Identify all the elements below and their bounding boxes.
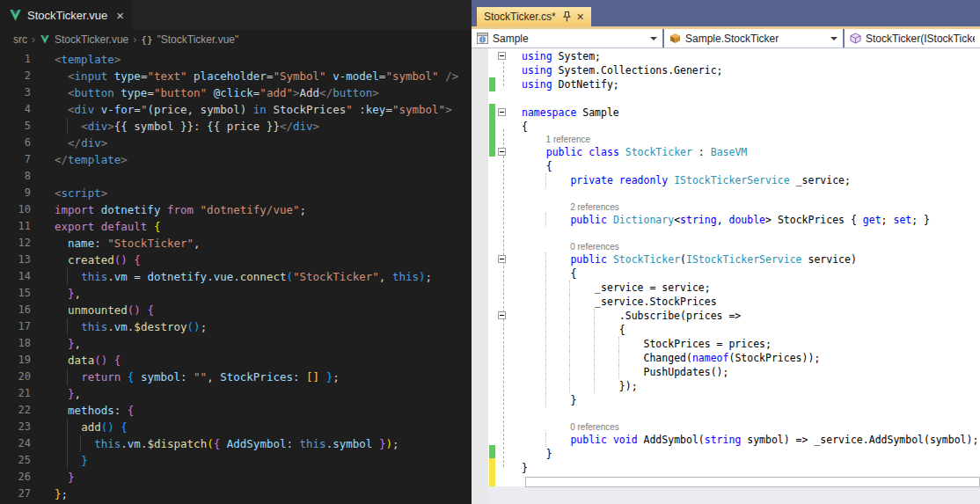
code-line: 18 },	[0, 335, 472, 352]
code-line: using System;	[495, 49, 980, 63]
project-dropdown[interactable]: Sample	[472, 29, 662, 47]
code-line: 5 <div>{{ symbol }}: {{ price }}</div>	[0, 118, 472, 135]
fold-toggle-icon[interactable]	[498, 148, 506, 156]
code-line: using System.Collections.Generic;	[495, 63, 980, 77]
code-line: 15 },	[0, 285, 472, 302]
change-tracking-bar-green	[489, 445, 495, 458]
line-number: 23	[0, 419, 31, 435]
screen: StockTicker.vue × src › StockTicker.vue …	[0, 0, 980, 504]
code-line: 14 this.vm = dotnetify.vue.connect("Stoc…	[0, 268, 472, 285]
tabstrip-accent-line	[472, 26, 980, 29]
code-line: public StockTicker(IStockTickerService s…	[495, 252, 980, 267]
line-number: 3	[0, 84, 31, 101]
code-line: 7</template>	[0, 151, 472, 168]
tab-title: StockTicker.vue	[27, 9, 107, 22]
fold-toggle-icon[interactable]	[498, 311, 506, 319]
line-number: 11	[0, 218, 31, 235]
line-number: 8	[0, 168, 31, 185]
code-line: 17 this.vm.$destroy();	[0, 318, 472, 335]
code-line: _service.StockPrices	[495, 295, 980, 309]
breadcrumb-symbol[interactable]: "StockTicker.vue"	[157, 33, 239, 46]
code-line: 26 }	[0, 469, 472, 486]
close-icon[interactable]: ×	[577, 11, 584, 23]
cs-editor-lines: using System;using System.Collections.Ge…	[495, 49, 980, 475]
code-line: 11export default {	[0, 218, 472, 235]
code-line: namespace Sample	[495, 106, 980, 120]
visual-studio-window: StockTicker.cs* ×	[472, 0, 980, 504]
fold-toggle-icon[interactable]	[498, 108, 506, 116]
line-number: 4	[0, 101, 31, 118]
code-line: {	[495, 267, 980, 281]
line-number: 20	[0, 369, 31, 385]
line-number: 21	[0, 385, 31, 402]
line-number: 7	[0, 151, 31, 168]
code-line: public Dictionary<string, double> StockP…	[495, 213, 980, 227]
horizontal-scrollbar[interactable]	[525, 477, 980, 487]
chevron-right-icon: ›	[32, 33, 35, 46]
vue-logo-icon	[40, 35, 50, 44]
member-name: StockTicker(IStockTickerS	[866, 33, 975, 45]
code-line: public class StockTicker : BaseVM	[495, 145, 980, 159]
code-line: }	[495, 447, 980, 461]
class-dropdown[interactable]: Sample.StockTicker	[664, 29, 843, 47]
line-number: 5	[0, 118, 31, 135]
code-line: 22 methods: {	[0, 402, 472, 419]
change-tracking-bar-yellow	[489, 458, 495, 486]
vscode-tab-bar: StockTicker.vue ×	[0, 0, 472, 30]
code-line: 27};	[0, 486, 472, 502]
code-line: 9<script>	[0, 185, 472, 201]
vue-logo-icon	[9, 10, 22, 21]
codelens-label: 2 references	[495, 201, 980, 213]
breadcrumb-src[interactable]: src	[13, 33, 27, 46]
fold-toggle-icon[interactable]	[498, 255, 506, 263]
close-icon[interactable]: ×	[116, 9, 124, 22]
code-line: });	[495, 379, 980, 393]
cs-editor[interactable]: using System;using System.Collections.Ge…	[472, 48, 980, 504]
code-line	[495, 91, 980, 106]
fold-toggle-icon[interactable]	[498, 52, 506, 60]
vue-editor[interactable]: 1<template>2 <input type="text" placehol…	[0, 49, 472, 504]
line-number: 22	[0, 402, 31, 419]
symbol-braces-icon: {}	[141, 34, 152, 46]
codelens-label: 0 references	[495, 241, 980, 252]
code-line: 16 unmounted() {	[0, 302, 472, 318]
member-dropdown[interactable]: StockTicker(IStockTickerS	[845, 29, 980, 47]
line-number: 14	[0, 268, 31, 285]
chevron-right-icon: ›	[133, 33, 136, 46]
code-line: StockPrices = prices;	[495, 337, 980, 351]
code-line: 3 <button type="button" @click="add">Add…	[0, 84, 472, 101]
method-icon	[850, 33, 861, 44]
code-line: }	[495, 393, 980, 407]
tab-stockticker-cs[interactable]: StockTicker.cs* ×	[477, 7, 591, 26]
glyph-margin	[472, 48, 488, 504]
line-number: 24	[0, 435, 31, 452]
breadcrumb-file[interactable]: StockTicker.vue	[55, 33, 128, 46]
code-line: 13 created() {	[0, 252, 472, 268]
vs-tab-strip: StockTicker.cs* ×	[472, 0, 980, 29]
code-line: private readonly IStockTickerService _se…	[495, 173, 980, 187]
code-line	[495, 407, 980, 421]
editor-bottom-area	[488, 486, 980, 504]
code-line: .Subscribe(prices =>	[495, 309, 980, 323]
line-number: 1	[0, 51, 31, 68]
code-line: 6 </div>	[0, 135, 472, 151]
pin-icon[interactable]	[563, 11, 571, 22]
code-line: _service = service;	[495, 281, 980, 295]
code-line	[495, 187, 980, 201]
breadcrumb[interactable]: src › StockTicker.vue › {} "StockTicker.…	[0, 30, 472, 49]
project-name: Sample	[493, 33, 529, 45]
code-line: 20 return { symbol: "", StockPrices: [] …	[0, 369, 472, 385]
chevron-down-icon	[650, 37, 657, 40]
change-tracking-bar-green	[489, 77, 495, 91]
code-line: 12 name: "StockTicker",	[0, 235, 472, 252]
code-line: 10import dotnetify from "dotnetify/vue";	[0, 201, 472, 218]
chevron-down-icon	[830, 37, 837, 40]
line-number: 15	[0, 285, 31, 302]
codelens-label: 1 reference	[495, 134, 980, 145]
line-number: 19	[0, 352, 31, 369]
line-number: 27	[0, 486, 31, 502]
tab-stockticker-vue[interactable]: StockTicker.vue ×	[0, 0, 133, 30]
code-line: 4 <div v-for="(price, symbol) in StockPr…	[0, 101, 472, 118]
code-line: Changed(nameof(StockPrices));	[495, 351, 980, 365]
code-line: {	[495, 323, 980, 337]
